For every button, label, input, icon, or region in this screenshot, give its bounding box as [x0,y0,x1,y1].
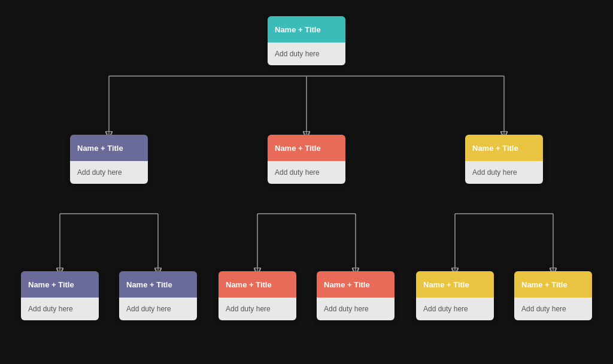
node-bot-ll-header: Name + Title [21,271,99,298]
node-bot-rl[interactable]: Name + Title Add duty here [416,271,494,320]
node-bot-ll-body: Add duty here [21,298,99,320]
node-bot-rl-label: Name + Title [423,280,469,289]
node-bot-lr-duty: Add duty here [126,305,171,313]
node-root[interactable]: Name + Title Add duty here [268,16,345,65]
node-mid-right-label: Name + Title [472,144,518,153]
node-mid-center-header: Name + Title [268,135,345,161]
node-bot-cl-body: Add duty here [219,298,296,320]
org-chart: Name + Title Add duty here Name + Title … [7,5,606,359]
node-root-body: Add duty here [268,43,345,65]
node-bot-rr[interactable]: Name + Title Add duty here [514,271,592,320]
node-mid-center-duty: Add duty here [275,168,320,177]
node-mid-right[interactable]: Name + Title Add duty here [465,135,543,184]
node-mid-center[interactable]: Name + Title Add duty here [268,135,345,184]
node-bot-cr-header: Name + Title [317,271,394,298]
node-root-label: Name + Title [275,25,321,34]
node-bot-rl-duty: Add duty here [423,305,468,313]
node-bot-ll-label: Name + Title [28,280,74,289]
node-bot-cr[interactable]: Name + Title Add duty here [317,271,394,320]
node-mid-center-label: Name + Title [275,144,321,153]
node-bot-rr-duty: Add duty here [521,305,566,313]
node-root-header: Name + Title [268,16,345,43]
node-bot-cl-duty: Add duty here [226,305,271,313]
node-mid-right-body: Add duty here [465,161,543,184]
node-bot-lr-label: Name + Title [126,280,172,289]
node-bot-rl-header: Name + Title [416,271,494,298]
node-mid-left-body: Add duty here [70,161,148,184]
node-mid-right-header: Name + Title [465,135,543,161]
node-mid-left-header: Name + Title [70,135,148,161]
node-bot-cl-header: Name + Title [219,271,296,298]
node-bot-ll[interactable]: Name + Title Add duty here [21,271,99,320]
node-bot-cr-body: Add duty here [317,298,394,320]
node-bot-lr[interactable]: Name + Title Add duty here [119,271,197,320]
node-bot-cl-label: Name + Title [226,280,272,289]
node-bot-cr-label: Name + Title [324,280,370,289]
node-mid-left[interactable]: Name + Title Add duty here [70,135,148,184]
node-root-duty: Add duty here [275,50,320,58]
node-bot-rr-body: Add duty here [514,298,592,320]
node-mid-right-duty: Add duty here [472,168,517,177]
node-mid-left-duty: Add duty here [77,168,122,177]
node-mid-center-body: Add duty here [268,161,345,184]
node-bot-rl-body: Add duty here [416,298,494,320]
node-bot-lr-header: Name + Title [119,271,197,298]
node-bot-ll-duty: Add duty here [28,305,73,313]
node-mid-left-label: Name + Title [77,144,123,153]
node-bot-lr-body: Add duty here [119,298,197,320]
node-bot-cl[interactable]: Name + Title Add duty here [219,271,296,320]
node-bot-rr-label: Name + Title [521,280,568,289]
node-bot-rr-header: Name + Title [514,271,592,298]
node-bot-cr-duty: Add duty here [324,305,369,313]
